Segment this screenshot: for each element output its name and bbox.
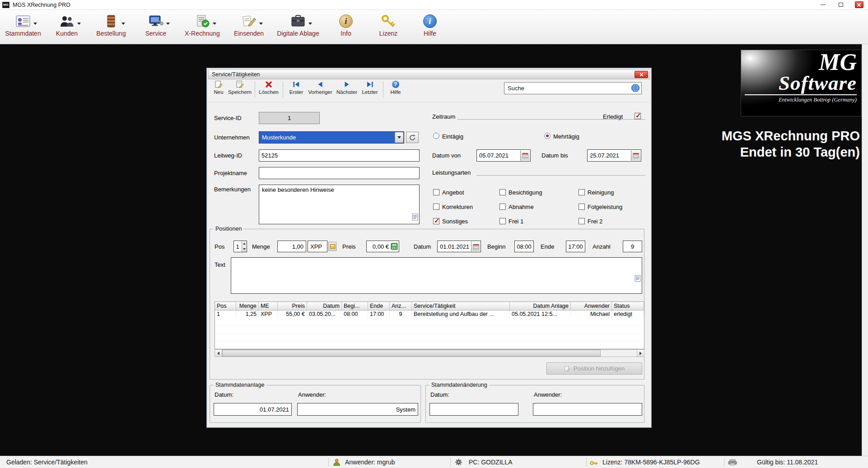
calendar-icon[interactable] <box>631 150 640 161</box>
anzahl-value: 9 <box>631 243 634 250</box>
chevron-down-icon[interactable] <box>259 23 263 25</box>
datum-von-value: 05.07.2021 <box>479 152 509 159</box>
pos-datum-field[interactable]: 01.01.2021 <box>437 241 481 252</box>
checkbox-besichtigung[interactable] <box>499 189 506 195</box>
col-status[interactable]: Status <box>612 302 644 310</box>
status-user: Anwender: mgrub <box>345 459 395 466</box>
col-datum-anlage[interactable]: Datum Anlage <box>510 302 571 310</box>
checkbox-abnahme[interactable] <box>499 204 506 210</box>
leitweg-id-field[interactable]: 52125 <box>259 149 420 162</box>
erledigt-checkbox[interactable] <box>635 113 641 119</box>
chevron-down-icon[interactable] <box>77 23 81 25</box>
checkbox-reinigung[interactable] <box>579 189 585 195</box>
globe-icon[interactable] <box>631 83 640 94</box>
chevron-down-icon[interactable] <box>121 23 125 25</box>
col-datum[interactable]: Datum <box>307 302 342 310</box>
neu-button[interactable]: Neu <box>210 80 227 95</box>
col-ende[interactable]: Ende <box>368 302 390 310</box>
toolbar-item-digitale-ablage[interactable]: Digitale Ablage <box>272 10 324 44</box>
anzahl-field[interactable]: 9 <box>623 241 642 252</box>
toolbar-item-kunden[interactable]: Kunden <box>44 10 89 44</box>
col-menge[interactable]: Menge <box>236 302 259 310</box>
bemerkungen-textarea[interactable]: keine besonderen Hinweise <box>259 185 420 224</box>
horizontal-scrollbar[interactable] <box>215 349 644 357</box>
chevron-down-icon[interactable] <box>308 23 312 25</box>
notepad-icon[interactable] <box>412 213 418 222</box>
beginn-field[interactable]: 08:00 <box>514 241 534 252</box>
datum-bis-field[interactable]: 25.07.2021 <box>587 149 641 162</box>
preis-field[interactable]: 0,00 € <box>366 241 399 252</box>
eintaegig-radio[interactable] <box>433 133 439 139</box>
window-titlebar[interactable]: MG MGS XRechnung PRO <box>0 0 868 10</box>
toolbar-item-stammdaten[interactable]: Stammdaten <box>2 10 44 44</box>
col-anwender[interactable]: Anwender <box>571 302 612 310</box>
unternehmen-combobox[interactable]: Musterkunde <box>259 131 404 144</box>
checkbox-frei-2[interactable] <box>579 218 585 224</box>
checkbox-korrekturen[interactable] <box>433 204 439 210</box>
table-row[interactable]: 1 1,25 XPP 55,00 € 03.05.20... 08:00 17:… <box>215 310 644 318</box>
chevron-down-icon[interactable] <box>33 23 37 25</box>
hilfe-button[interactable]: ? Hilfe <box>387 80 405 95</box>
toolbar-item-bestellung[interactable]: Bestellung <box>89 10 133 44</box>
add-position-label: Position hinzufügen <box>574 365 625 372</box>
user-icon <box>333 458 341 468</box>
position-hinzufuegen-button[interactable]: Position hinzufügen <box>546 362 642 375</box>
me-lookup-button[interactable] <box>328 242 336 251</box>
close-button[interactable] <box>850 0 868 9</box>
col-anzahl[interactable]: Anz... <box>390 302 412 310</box>
chevron-down-icon[interactable] <box>166 23 170 25</box>
vorheriger-button[interactable]: Vorheriger <box>306 80 334 95</box>
toolbar-item-xrechnung[interactable]: X-Rechnung <box>179 10 226 44</box>
toolbar-item-service[interactable]: Service <box>133 10 179 44</box>
checkbox-sonstiges[interactable] <box>433 218 439 224</box>
search-input[interactable] <box>504 82 642 94</box>
naechster-button[interactable]: Nächster <box>335 80 359 95</box>
loeschen-button[interactable]: Löschen <box>257 80 280 95</box>
dialog-close-button[interactable] <box>635 71 648 78</box>
maximize-button[interactable] <box>832 0 850 9</box>
refresh-button[interactable] <box>406 132 419 143</box>
letzter-button[interactable]: Letzter <box>359 80 380 95</box>
col-me[interactable]: ME <box>259 302 278 310</box>
text-textarea[interactable] <box>231 257 642 294</box>
toolbar-item-info[interactable]: i Info <box>324 10 368 44</box>
anlage-anwender-value: System <box>396 406 415 413</box>
spinner-buttons[interactable] <box>242 241 247 252</box>
checkbox-frei-1[interactable] <box>499 218 506 224</box>
toolbar-item-hilfe[interactable]: i Hilfe <box>409 10 451 44</box>
minimize-button[interactable] <box>814 0 832 9</box>
toolbar-label-einsenden: Einsenden <box>234 30 264 37</box>
checkbox-folgeleistung[interactable] <box>579 204 585 210</box>
col-beginn[interactable]: Begi... <box>342 302 368 310</box>
toolbar-item-einsenden[interactable]: Einsenden <box>226 10 272 44</box>
erster-button[interactable]: Erster <box>286 80 306 95</box>
datum-von-field[interactable]: 05.07.2021 <box>476 149 531 162</box>
anlage-anwender-label: Anwender: <box>298 391 326 398</box>
toolbar-item-lizenz[interactable]: Lizenz <box>368 10 409 44</box>
menge-field[interactable]: 1,00 <box>277 241 306 252</box>
projektname-field[interactable] <box>259 167 420 179</box>
checkbox-angebot[interactable] <box>433 189 439 195</box>
dialog-titlebar[interactable]: Service/Tätigkeiten <box>208 70 650 79</box>
me-field[interactable]: XPP <box>308 241 327 252</box>
col-service-taetigkeit[interactable]: Service/Tätigkeit <box>412 302 510 310</box>
calendar-icon[interactable] <box>520 150 530 161</box>
col-pos[interactable]: Pos <box>215 302 236 310</box>
scroll-left-button[interactable] <box>215 350 222 357</box>
ende-field[interactable]: 17:00 <box>566 241 585 252</box>
scrollbar-thumb[interactable] <box>222 350 601 357</box>
calendar-icon[interactable] <box>471 241 480 251</box>
combo-dropdown-button[interactable] <box>395 132 403 143</box>
status-divider <box>328 458 329 467</box>
toolbar-label-xrechnung: X-Rechnung <box>185 30 220 37</box>
table-header[interactable]: Pos Menge ME Preis Datum Begi... Ende An… <box>215 302 644 310</box>
pos-spinner[interactable]: 1 <box>233 241 247 252</box>
chevron-down-icon[interactable] <box>213 23 216 25</box>
notepad-icon[interactable] <box>635 275 641 283</box>
maximize-icon <box>839 3 843 7</box>
mehrtaegig-radio[interactable] <box>544 133 551 139</box>
speichern-button[interactable]: Speichern <box>227 80 253 95</box>
col-preis[interactable]: Preis <box>278 302 307 310</box>
scroll-right-button[interactable] <box>637 350 644 357</box>
calculator-icon[interactable] <box>391 243 398 251</box>
